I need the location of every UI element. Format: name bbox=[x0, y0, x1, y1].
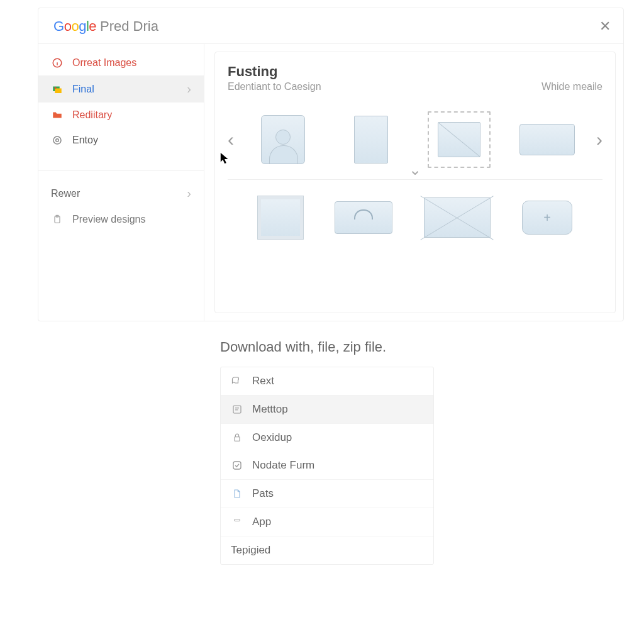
sidebar-item-preview-designs[interactable]: Preview designs bbox=[38, 207, 204, 232]
check-square-icon bbox=[231, 459, 243, 472]
sidebar-item-entoy[interactable]: Entoy bbox=[38, 128, 204, 153]
svg-point-6 bbox=[53, 136, 61, 144]
template-framed[interactable] bbox=[258, 196, 303, 239]
pill-icon bbox=[231, 516, 243, 528]
sidebar-section-rewer[interactable]: Rewer › bbox=[38, 180, 204, 207]
content-title: Fusting bbox=[228, 64, 321, 80]
chevron-right-icon: › bbox=[187, 186, 191, 201]
sidebar: Orreat Images Final › Rediitary Entoy bbox=[38, 44, 204, 321]
chevron-right-icon: › bbox=[187, 82, 191, 96]
template-envelope[interactable] bbox=[424, 197, 491, 238]
chevron-down-icon[interactable]: ⌄ bbox=[409, 161, 421, 179]
sidebar-item-label: Orreat Images bbox=[72, 57, 136, 69]
download-item-label: Tepigied bbox=[231, 544, 270, 557]
svg-point-7 bbox=[56, 139, 59, 142]
sidebar-item-label: Entoy bbox=[72, 135, 98, 146]
download-item-tepigied[interactable]: Tepigied bbox=[221, 536, 433, 564]
sidebar-item-label: Rediitary bbox=[72, 109, 112, 121]
sidebar-item-rediitary[interactable]: Rediitary bbox=[38, 103, 204, 128]
download-item-label: App bbox=[252, 516, 271, 528]
download-item-label: Pats bbox=[252, 487, 274, 500]
sidebar-item-final[interactable]: Final › bbox=[38, 75, 204, 103]
close-icon[interactable]: ✕ bbox=[599, 18, 611, 35]
folder-icon bbox=[51, 109, 64, 121]
gallery-prev[interactable]: ‹ bbox=[228, 129, 234, 150]
info-icon bbox=[51, 57, 64, 69]
puzzle-icon bbox=[231, 375, 243, 387]
download-item-label: Rext bbox=[252, 375, 274, 387]
google-logo: Google bbox=[53, 18, 96, 35]
file-icon bbox=[231, 487, 243, 500]
template-add[interactable]: + bbox=[522, 201, 572, 235]
content-subtitle: Edentiant to Caesign bbox=[228, 81, 321, 92]
list-icon bbox=[231, 403, 243, 416]
dialog-title: Pred Dria bbox=[100, 18, 158, 35]
gallery-next[interactable]: › bbox=[596, 129, 602, 150]
sidebar-item-label: Final bbox=[72, 84, 94, 95]
svg-rect-10 bbox=[233, 406, 241, 413]
image-stack-icon bbox=[51, 83, 64, 96]
download-item-label: Oexidup bbox=[252, 431, 292, 444]
download-item-label: Metttop bbox=[252, 403, 288, 416]
dialog-header: Google Pred Dria ✕ bbox=[38, 8, 623, 44]
download-item-nodate-furm[interactable]: Nodate Furm bbox=[221, 452, 433, 480]
template-camera[interactable] bbox=[335, 201, 392, 234]
svg-rect-4 bbox=[55, 88, 62, 93]
sidebar-item-label: Preview designs bbox=[72, 214, 146, 225]
download-item-metttop[interactable]: Metttop bbox=[221, 396, 433, 424]
template-wide[interactable] bbox=[516, 111, 579, 168]
clipboard-icon bbox=[51, 213, 64, 226]
download-item-oexidup[interactable]: Oexidup bbox=[221, 424, 433, 452]
content-pane: Fusting Edentiant to Caesign Whide meail… bbox=[214, 52, 616, 313]
svg-rect-15 bbox=[235, 519, 240, 521]
template-portrait[interactable] bbox=[340, 111, 402, 168]
svg-rect-14 bbox=[233, 462, 241, 469]
main-dialog: Google Pred Dria ✕ Orreat Images Final › bbox=[38, 8, 624, 321]
content-right-hint: Whide meaile bbox=[541, 81, 602, 92]
template-profile[interactable] bbox=[252, 111, 314, 168]
download-item-rext[interactable]: Rext bbox=[221, 367, 433, 396]
template-landscape-selected[interactable] bbox=[428, 111, 491, 168]
sidebar-section-label: Rewer bbox=[51, 188, 80, 199]
lock-icon bbox=[231, 431, 243, 444]
svg-point-5 bbox=[55, 87, 57, 89]
spiral-icon bbox=[51, 134, 64, 147]
download-menu: Rext Metttop Oexidup Nodate Furm Pats bbox=[220, 367, 434, 565]
download-item-pats[interactable]: Pats bbox=[221, 480, 433, 508]
template-gallery: ‹ › bbox=[228, 111, 602, 168]
svg-rect-13 bbox=[235, 437, 240, 441]
download-heading: Download with, file, zip file. bbox=[220, 339, 434, 355]
download-item-label: Nodate Furm bbox=[252, 459, 314, 472]
sidebar-item-orreat-images[interactable]: Orreat Images bbox=[38, 50, 204, 75]
download-item-app[interactable]: App bbox=[221, 508, 433, 536]
download-section: Download with, file, zip file. Rext Mett… bbox=[220, 339, 434, 565]
template-row-2: + bbox=[228, 196, 602, 239]
